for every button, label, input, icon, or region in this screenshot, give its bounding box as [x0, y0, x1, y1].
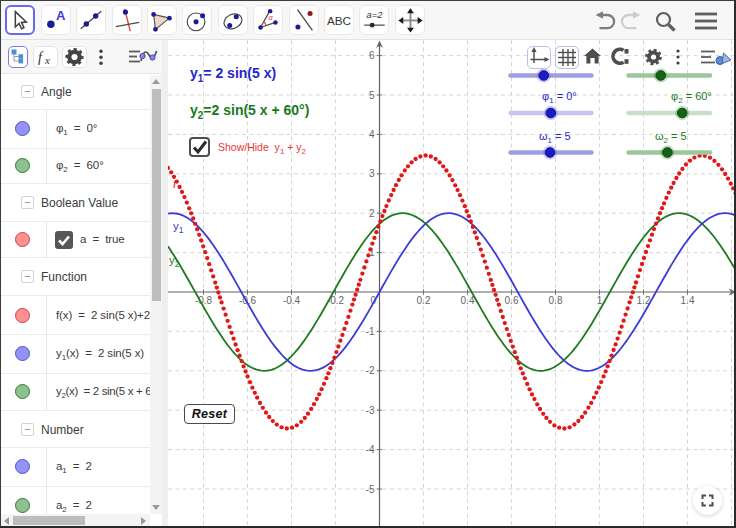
svg-text:-2: -2: [366, 365, 375, 376]
svg-text:-1: -1: [366, 326, 375, 337]
svg-text:0.4: 0.4: [461, 295, 475, 306]
svg-text:-0.4: -0.4: [283, 295, 301, 306]
svg-text:y1: y1: [173, 220, 184, 235]
svg-text:6: 6: [369, 50, 375, 61]
svg-text:4: 4: [369, 129, 375, 140]
svg-text:-4: -4: [366, 444, 375, 455]
svg-text:-3: -3: [366, 405, 375, 416]
svg-text:f: f: [38, 50, 44, 65]
svg-text:2: 2: [369, 208, 375, 219]
svg-text:5: 5: [369, 90, 375, 101]
svg-text:0.2: 0.2: [417, 295, 431, 306]
svg-text:y2: y2: [169, 254, 180, 269]
svg-text:1: 1: [597, 295, 603, 306]
svg-text:0.6: 0.6: [505, 295, 519, 306]
svg-text:0.8: 0.8: [549, 295, 563, 306]
svg-text:a=2: a=2: [367, 10, 384, 20]
svg-text:α: α: [269, 13, 274, 22]
svg-text:-5: -5: [366, 484, 375, 495]
svg-text:ABC: ABC: [327, 13, 351, 26]
svg-text:x: x: [44, 54, 50, 66]
svg-text:1.4: 1.4: [681, 295, 695, 306]
svg-text:3: 3: [369, 168, 375, 179]
svg-text:A: A: [56, 8, 66, 23]
